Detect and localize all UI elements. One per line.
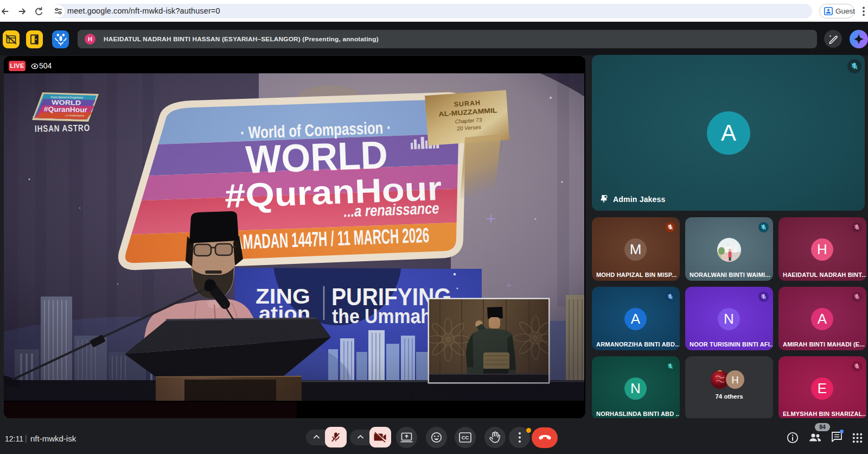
- svg-text:CC: CC: [462, 434, 469, 440]
- svg-text:H: H: [732, 375, 739, 386]
